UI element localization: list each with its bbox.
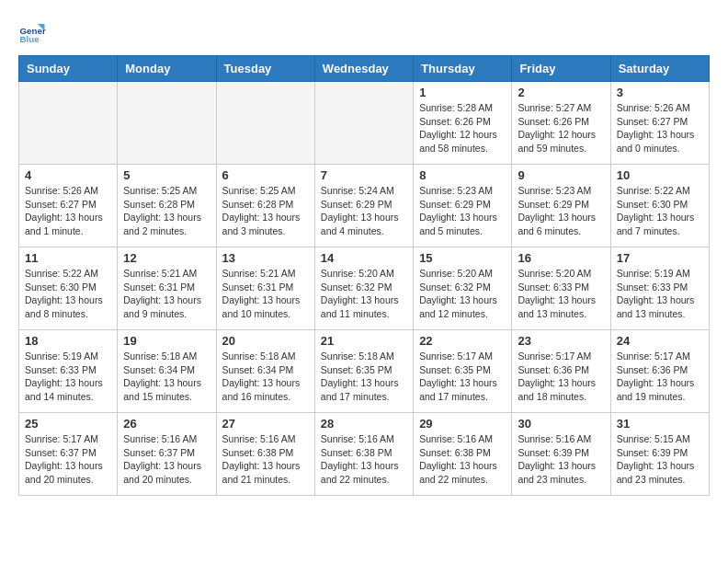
calendar-cell: 12Sunrise: 5:21 AM Sunset: 6:31 PM Dayli… (118, 247, 216, 330)
day-info: Sunrise: 5:17 AM Sunset: 6:36 PM Dayligh… (617, 350, 703, 404)
calendar-cell: 24Sunrise: 5:17 AM Sunset: 6:36 PM Dayli… (610, 330, 709, 413)
day-number: 30 (518, 417, 604, 431)
day-number: 22 (419, 334, 506, 348)
day-header-saturday: Saturday (610, 56, 709, 82)
day-number: 25 (25, 417, 111, 431)
day-header-monday: Monday (118, 56, 216, 82)
day-header-thursday: Thursday (414, 56, 512, 82)
day-number: 18 (25, 334, 111, 348)
page-header: General Blue (18, 18, 710, 46)
day-info: Sunrise: 5:28 AM Sunset: 6:26 PM Dayligh… (419, 101, 506, 155)
week-row-4: 18Sunrise: 5:19 AM Sunset: 6:33 PM Dayli… (19, 330, 710, 413)
calendar-cell: 23Sunrise: 5:17 AM Sunset: 6:36 PM Dayli… (512, 330, 610, 413)
calendar-cell: 3Sunrise: 5:26 AM Sunset: 6:27 PM Daylig… (610, 82, 709, 165)
calendar-cell (314, 82, 413, 165)
logo: General Blue (18, 18, 50, 46)
day-info: Sunrise: 5:19 AM Sunset: 6:33 PM Dayligh… (617, 267, 703, 321)
day-number: 1 (419, 86, 506, 99)
day-number: 24 (617, 334, 703, 348)
day-number: 16 (518, 251, 604, 265)
day-number: 26 (123, 417, 210, 431)
calendar-cell: 10Sunrise: 5:22 AM Sunset: 6:30 PM Dayli… (610, 165, 709, 247)
day-header-tuesday: Tuesday (216, 56, 314, 82)
day-number: 2 (518, 86, 604, 99)
calendar-cell: 8Sunrise: 5:23 AM Sunset: 6:29 PM Daylig… (414, 165, 512, 247)
day-info: Sunrise: 5:22 AM Sunset: 6:30 PM Dayligh… (25, 267, 111, 321)
day-info: Sunrise: 5:25 AM Sunset: 6:28 PM Dayligh… (222, 184, 309, 238)
week-row-2: 4Sunrise: 5:26 AM Sunset: 6:27 PM Daylig… (19, 165, 710, 247)
day-info: Sunrise: 5:15 AM Sunset: 6:39 PM Dayligh… (617, 432, 703, 487)
logo-icon: General Blue (18, 18, 46, 46)
calendar-cell: 31Sunrise: 5:15 AM Sunset: 6:39 PM Dayli… (610, 413, 709, 496)
day-header-wednesday: Wednesday (314, 56, 413, 82)
calendar-cell (216, 82, 314, 165)
day-number: 11 (25, 251, 111, 265)
day-number: 5 (123, 168, 210, 182)
day-info: Sunrise: 5:16 AM Sunset: 6:37 PM Dayligh… (123, 432, 210, 487)
calendar-cell: 22Sunrise: 5:17 AM Sunset: 6:35 PM Dayli… (414, 330, 512, 413)
day-number: 17 (617, 251, 703, 265)
day-info: Sunrise: 5:20 AM Sunset: 6:33 PM Dayligh… (518, 267, 604, 321)
day-info: Sunrise: 5:26 AM Sunset: 6:27 PM Dayligh… (25, 184, 111, 238)
calendar-cell: 13Sunrise: 5:21 AM Sunset: 6:31 PM Dayli… (216, 247, 314, 330)
day-info: Sunrise: 5:21 AM Sunset: 6:31 PM Dayligh… (123, 267, 210, 321)
day-number: 13 (222, 251, 309, 265)
day-info: Sunrise: 5:17 AM Sunset: 6:36 PM Dayligh… (518, 350, 604, 404)
day-info: Sunrise: 5:17 AM Sunset: 6:35 PM Dayligh… (419, 350, 506, 404)
calendar-cell: 25Sunrise: 5:17 AM Sunset: 6:37 PM Dayli… (19, 413, 118, 496)
calendar-cell: 5Sunrise: 5:25 AM Sunset: 6:28 PM Daylig… (118, 165, 216, 247)
day-number: 21 (321, 334, 407, 348)
day-info: Sunrise: 5:25 AM Sunset: 6:28 PM Dayligh… (123, 184, 210, 238)
week-row-3: 11Sunrise: 5:22 AM Sunset: 6:30 PM Dayli… (19, 247, 710, 330)
day-number: 9 (518, 168, 604, 182)
calendar-header-row: SundayMondayTuesdayWednesdayThursdayFrid… (19, 56, 710, 82)
calendar-cell: 14Sunrise: 5:20 AM Sunset: 6:32 PM Dayli… (314, 247, 413, 330)
day-info: Sunrise: 5:19 AM Sunset: 6:33 PM Dayligh… (25, 350, 111, 404)
day-info: Sunrise: 5:27 AM Sunset: 6:26 PM Dayligh… (518, 101, 604, 155)
day-info: Sunrise: 5:22 AM Sunset: 6:30 PM Dayligh… (617, 184, 703, 238)
calendar-cell (118, 82, 216, 165)
day-number: 4 (25, 168, 111, 182)
calendar: SundayMondayTuesdayWednesdayThursdayFrid… (18, 55, 710, 496)
day-number: 10 (617, 168, 703, 182)
calendar-cell: 27Sunrise: 5:16 AM Sunset: 6:38 PM Dayli… (216, 413, 314, 496)
day-info: Sunrise: 5:23 AM Sunset: 6:29 PM Dayligh… (419, 184, 506, 238)
calendar-cell: 18Sunrise: 5:19 AM Sunset: 6:33 PM Dayli… (19, 330, 118, 413)
day-number: 23 (518, 334, 604, 348)
day-header-friday: Friday (512, 56, 610, 82)
day-number: 28 (321, 417, 407, 431)
day-number: 31 (617, 417, 703, 431)
day-number: 7 (321, 168, 407, 182)
day-info: Sunrise: 5:16 AM Sunset: 6:38 PM Dayligh… (419, 432, 506, 487)
calendar-cell (19, 82, 118, 165)
day-info: Sunrise: 5:20 AM Sunset: 6:32 PM Dayligh… (419, 267, 506, 321)
day-number: 8 (419, 168, 506, 182)
day-number: 12 (123, 251, 210, 265)
calendar-cell: 28Sunrise: 5:16 AM Sunset: 6:38 PM Dayli… (314, 413, 413, 496)
day-info: Sunrise: 5:18 AM Sunset: 6:35 PM Dayligh… (321, 350, 407, 404)
day-number: 3 (617, 86, 703, 99)
calendar-cell: 9Sunrise: 5:23 AM Sunset: 6:29 PM Daylig… (512, 165, 610, 247)
calendar-cell: 21Sunrise: 5:18 AM Sunset: 6:35 PM Dayli… (314, 330, 413, 413)
day-number: 14 (321, 251, 407, 265)
day-info: Sunrise: 5:26 AM Sunset: 6:27 PM Dayligh… (617, 101, 703, 155)
day-info: Sunrise: 5:18 AM Sunset: 6:34 PM Dayligh… (222, 350, 309, 404)
day-info: Sunrise: 5:24 AM Sunset: 6:29 PM Dayligh… (321, 184, 407, 238)
day-info: Sunrise: 5:21 AM Sunset: 6:31 PM Dayligh… (222, 267, 309, 321)
calendar-cell: 16Sunrise: 5:20 AM Sunset: 6:33 PM Dayli… (512, 247, 610, 330)
calendar-cell: 6Sunrise: 5:25 AM Sunset: 6:28 PM Daylig… (216, 165, 314, 247)
calendar-cell: 2Sunrise: 5:27 AM Sunset: 6:26 PM Daylig… (512, 82, 610, 165)
day-number: 27 (222, 417, 309, 431)
svg-text:Blue: Blue (20, 34, 40, 44)
calendar-cell: 20Sunrise: 5:18 AM Sunset: 6:34 PM Dayli… (216, 330, 314, 413)
day-info: Sunrise: 5:20 AM Sunset: 6:32 PM Dayligh… (321, 267, 407, 321)
day-number: 20 (222, 334, 309, 348)
calendar-cell: 1Sunrise: 5:28 AM Sunset: 6:26 PM Daylig… (414, 82, 512, 165)
day-header-sunday: Sunday (19, 56, 118, 82)
calendar-cell: 17Sunrise: 5:19 AM Sunset: 6:33 PM Dayli… (610, 247, 709, 330)
week-row-1: 1Sunrise: 5:28 AM Sunset: 6:26 PM Daylig… (19, 82, 710, 165)
day-info: Sunrise: 5:16 AM Sunset: 6:38 PM Dayligh… (321, 432, 407, 487)
calendar-cell: 15Sunrise: 5:20 AM Sunset: 6:32 PM Dayli… (414, 247, 512, 330)
day-number: 19 (123, 334, 210, 348)
calendar-cell: 30Sunrise: 5:16 AM Sunset: 6:39 PM Dayli… (512, 413, 610, 496)
